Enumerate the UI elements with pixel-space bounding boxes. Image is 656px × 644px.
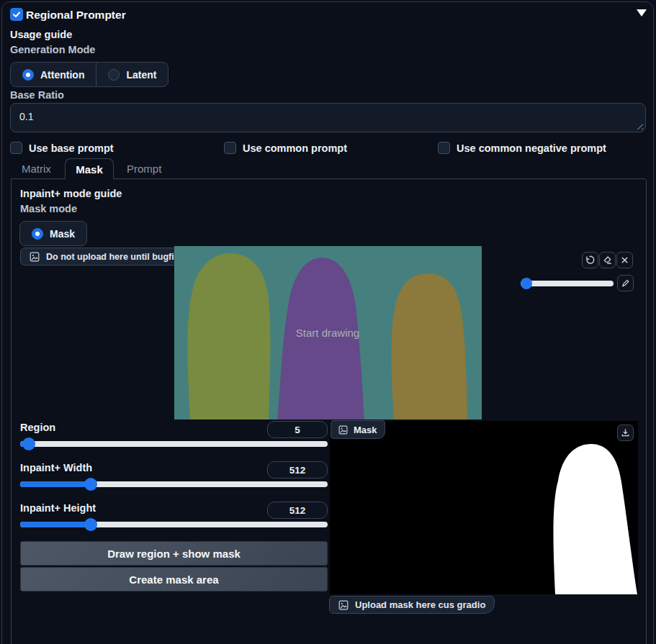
mask-mode-label: Mask mode [20,203,77,214]
panel-title: Regional Prompter [26,9,126,22]
inpaint-width-slider[interactable] [20,481,328,487]
close-icon [619,255,630,266]
brush-button[interactable] [617,275,634,291]
region-shape-green [188,253,271,419]
draw-region-show-mask-button[interactable]: Draw region + show mask [20,541,328,566]
inpaint-height-slider[interactable] [20,522,328,527]
inpaint-mode-guide-link[interactable]: Inpaint+ mode guide [20,188,122,199]
radio-option-latent[interactable]: Latent [96,62,169,87]
checkbox-icon [438,142,450,154]
mask-preview-badge[interactable]: Mask [331,420,385,439]
usage-guide-link[interactable]: Usage guide [10,29,72,40]
clear-canvas-button[interactable] [616,252,633,268]
inpaint-width-value: 512 [289,465,306,476]
image-icon [30,252,40,262]
region-value: 5 [295,425,300,435]
checkbox-label: Use common prompt [243,142,347,154]
checkbox-label: Use base prompt [29,142,114,154]
check-icon [12,9,22,19]
generation-mode-label: Generation Mode [10,44,95,55]
region-draw-canvas[interactable]: Start drawing [174,246,482,419]
radio-option-label: Latent [126,69,156,81]
region-label: Region [20,422,55,433]
image-icon [338,425,348,435]
checkbox-icon [10,142,22,154]
extension-enable-checkbox[interactable] [10,8,23,21]
inpaint-width-number-input[interactable]: 512 [267,461,328,479]
tab-prompt[interactable]: Prompt [127,163,161,175]
region-shape-tan [392,273,468,419]
tab-mask[interactable]: Mask [65,158,114,179]
button-label: Create mask area [129,573,218,586]
base-ratio-value: 0.1 [19,111,33,122]
base-ratio-input[interactable]: 0.1 [10,103,646,132]
region-number-input[interactable]: 5 [267,421,328,438]
eraser-icon [602,255,613,266]
mask-mode-radio-group: Mask [20,221,87,246]
collapse-triangle-icon[interactable] [637,9,647,17]
radio-option-label: Attention [40,69,84,81]
upload-mask-button[interactable]: Upload mask here cus gradio [329,596,495,614]
pencil-icon [620,278,631,289]
download-icon [620,427,631,438]
use-common-prompt-checkbox[interactable]: Use common prompt [224,142,347,154]
do-not-upload-button[interactable]: Do not upload here until bugfix [20,248,189,266]
inpaint-height-number-input[interactable]: 512 [267,502,328,519]
inpaint-width-label: Inpaint+ Width [20,462,92,473]
inpaint-height-slider-fill [20,522,91,527]
generation-mode-radio-group: Attention Latent [10,62,169,87]
radio-selected-icon [32,228,43,240]
use-common-negative-prompt-checkbox[interactable]: Use common negative prompt [438,142,606,154]
resize-grip-icon[interactable] [637,123,643,130]
base-ratio-label: Base Ratio [10,89,64,101]
brush-size-slider[interactable] [521,281,614,286]
do-not-upload-label: Do not upload here until bugfix [46,252,179,262]
radio-unselected-icon [108,69,120,81]
radio-option-attention[interactable]: Attention [10,62,96,87]
inpaint-height-label: Inpaint+ Height [20,502,96,514]
create-mask-area-button[interactable]: Create mask area [20,567,328,591]
undo-icon [585,255,596,266]
button-label: Draw region + show mask [107,548,241,560]
region-slider-thumb[interactable] [22,437,35,450]
download-mask-button[interactable] [617,425,634,441]
image-icon [338,600,349,610]
inpaint-width-slider-fill [20,481,91,487]
erase-button[interactable] [599,252,616,268]
brush-size-slider-thumb[interactable] [521,278,532,289]
inpaint-height-value: 512 [289,505,306,516]
checkbox-label: Use common negative prompt [457,142,606,154]
tab-matrix[interactable]: Matrix [22,163,51,175]
checkbox-icon [224,142,236,154]
mask-preview-canvas[interactable] [330,421,638,594]
undo-button[interactable] [582,252,598,268]
inpaint-width-slider-thumb[interactable] [84,478,97,491]
upload-mask-label: Upload mask here cus gradio [355,599,485,610]
tab-label: Mask [76,163,103,176]
radio-selected-icon [22,69,34,81]
start-drawing-placeholder: Start drawing [296,327,359,339]
region-slider[interactable] [20,441,328,447]
radio-option-mask[interactable]: Mask [19,221,87,246]
mask-preview-badge-label: Mask [354,425,377,435]
use-base-prompt-checkbox[interactable]: Use base prompt [10,142,114,154]
inpaint-height-slider-thumb[interactable] [84,518,97,531]
radio-option-label: Mask [50,228,75,240]
